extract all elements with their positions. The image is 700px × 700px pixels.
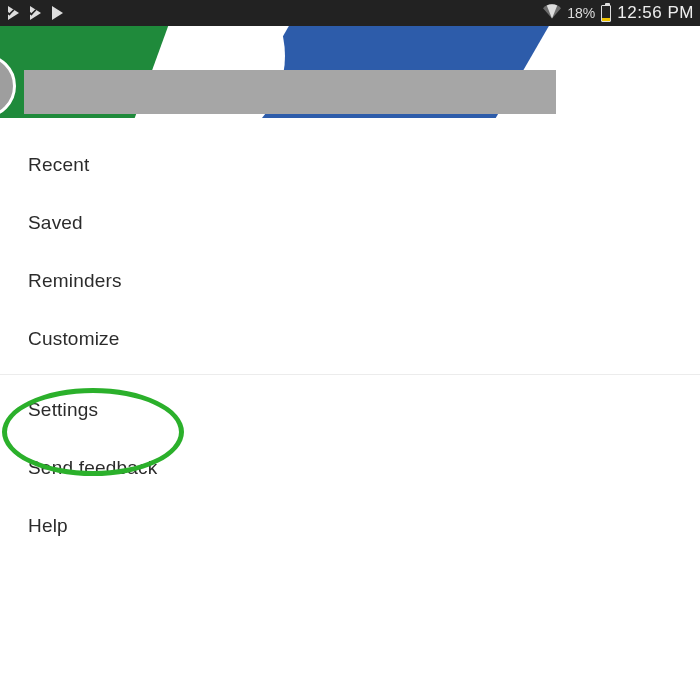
battery-icon — [601, 5, 611, 22]
menu-item-send-feedback[interactable]: Send feedback — [0, 439, 700, 497]
battery-percent: 18% — [567, 5, 595, 21]
status-left — [6, 5, 66, 21]
search-box[interactable] — [24, 70, 556, 114]
play-store-icon-1 — [6, 5, 22, 21]
status-right: 18% 12:56 PM — [543, 2, 694, 24]
play-store-icon-3 — [50, 5, 66, 21]
menu-item-label: Saved — [28, 212, 83, 233]
status-bar: 18% 12:56 PM — [0, 0, 700, 26]
menu-item-settings[interactable]: Settings — [0, 381, 700, 439]
menu-item-saved[interactable]: Saved — [0, 194, 700, 252]
app-header — [0, 26, 700, 118]
clock: 12:56 PM — [617, 3, 694, 23]
menu-item-label: Recent — [28, 154, 89, 175]
menu-item-label: Send feedback — [28, 457, 157, 478]
menu-item-label: Customize — [28, 328, 120, 349]
menu-item-customize[interactable]: Customize — [0, 310, 700, 368]
menu-item-recent[interactable]: Recent — [0, 136, 700, 194]
wifi-icon — [543, 2, 561, 24]
menu-item-label: Reminders — [28, 270, 122, 291]
drawer-menu: Recent Saved Reminders Customize Setting… — [0, 118, 700, 555]
menu-item-reminders[interactable]: Reminders — [0, 252, 700, 310]
menu-item-label: Settings — [28, 399, 98, 420]
account-dropdown-icon[interactable] — [666, 90, 680, 98]
play-store-icon-2 — [28, 5, 44, 21]
menu-item-help[interactable]: Help — [0, 497, 700, 555]
menu-divider — [0, 374, 700, 375]
menu-item-label: Help — [28, 515, 68, 536]
